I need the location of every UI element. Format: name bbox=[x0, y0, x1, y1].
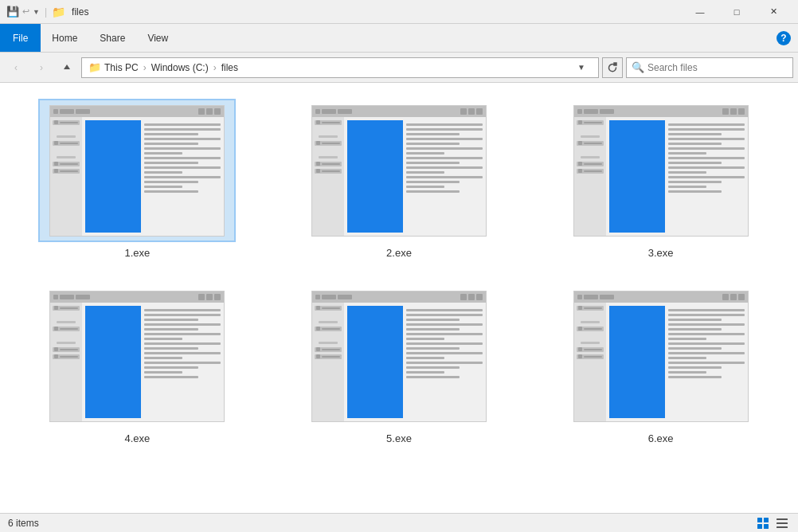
item-count: 6 items bbox=[8, 518, 39, 529]
file-label: 1.exe bbox=[124, 247, 150, 259]
breadcrumb-drive: Windows (C:) bbox=[151, 62, 209, 73]
breadcrumb-thispc: This PC bbox=[104, 62, 139, 73]
svg-rect-7 bbox=[776, 526, 788, 528]
file-thumbnail-wrapper bbox=[562, 284, 760, 428]
svg-rect-6 bbox=[776, 522, 788, 524]
menu-view[interactable]: View bbox=[136, 24, 179, 52]
details-view-btn[interactable] bbox=[774, 515, 790, 531]
search-icon: 🔍 bbox=[632, 61, 644, 73]
menu-file[interactable]: File bbox=[0, 24, 41, 52]
svg-rect-2 bbox=[764, 518, 769, 522]
file-item[interactable]: 1.exe bbox=[19, 96, 256, 262]
refresh-button[interactable] bbox=[602, 57, 623, 78]
status-right bbox=[755, 515, 790, 531]
svg-rect-4 bbox=[764, 524, 769, 529]
folder-icon-title: 📁 bbox=[52, 6, 65, 18]
title-text: files bbox=[72, 6, 88, 18]
forward-button[interactable]: › bbox=[30, 57, 53, 79]
file-thumbnail-wrapper bbox=[562, 99, 760, 242]
svg-marker-0 bbox=[614, 63, 616, 65]
main-content: 1.exe bbox=[0, 83, 798, 513]
file-thumbnail-wrapper bbox=[38, 284, 236, 428]
titlebar-icon: 💾 bbox=[6, 6, 19, 18]
nav-bar: ‹ › 📁 This PC › Windows (C:) › files ▼ 🔍 bbox=[0, 53, 798, 83]
file-item[interactable]: 2.exe bbox=[281, 96, 518, 262]
file-thumbnail-wrapper bbox=[300, 99, 498, 242]
svg-rect-1 bbox=[757, 518, 762, 522]
file-label: 6.exe bbox=[648, 432, 674, 444]
search-input[interactable] bbox=[647, 62, 788, 73]
address-bar[interactable]: 📁 This PC › Windows (C:) › files ▼ bbox=[81, 57, 599, 78]
file-item[interactable]: 3.exe bbox=[542, 96, 779, 262]
svg-rect-5 bbox=[776, 518, 788, 520]
titlebar-dropdown[interactable]: ▼ bbox=[33, 8, 40, 16]
address-folder-icon: 📁 bbox=[88, 61, 101, 73]
menu-home[interactable]: Home bbox=[41, 24, 88, 52]
close-button[interactable]: ✕ bbox=[755, 0, 792, 24]
files-grid: 1.exe bbox=[19, 96, 779, 448]
menu-share[interactable]: Share bbox=[88, 24, 136, 52]
search-bar[interactable]: 🔍 bbox=[626, 57, 793, 78]
title-controls: — □ ✕ bbox=[682, 0, 792, 24]
title-bar: 💾 ↩ ▼ | 📁 files — □ ✕ bbox=[0, 0, 798, 24]
breadcrumb-folder: files bbox=[221, 62, 238, 73]
back-button[interactable]: ‹ bbox=[5, 57, 27, 79]
menu-help[interactable]: ? bbox=[769, 24, 798, 53]
file-item[interactable]: 6.exe bbox=[542, 281, 779, 448]
titlebar-undo: ↩ bbox=[22, 6, 29, 17]
file-thumbnail-wrapper bbox=[300, 284, 498, 428]
file-label: 3.exe bbox=[648, 247, 674, 259]
file-item[interactable]: 4.exe bbox=[19, 281, 256, 448]
svg-rect-3 bbox=[757, 524, 762, 529]
large-icons-view-btn[interactable] bbox=[755, 515, 771, 531]
file-label: 2.exe bbox=[386, 247, 412, 259]
address-dropdown-btn[interactable]: ▼ bbox=[571, 57, 592, 78]
file-label: 4.exe bbox=[124, 432, 150, 444]
title-bar-icons: 💾 ↩ ▼ | 📁 files bbox=[6, 6, 88, 18]
file-item[interactable]: 5.exe bbox=[281, 281, 518, 448]
menu-bar: File Home Share View ? bbox=[0, 24, 798, 53]
maximize-button[interactable]: □ bbox=[718, 0, 755, 24]
up-button[interactable] bbox=[56, 57, 78, 79]
status-bar: 6 items bbox=[0, 513, 798, 532]
file-label: 5.exe bbox=[386, 432, 412, 444]
file-thumbnail-wrapper bbox=[38, 99, 236, 242]
minimize-button[interactable]: — bbox=[682, 0, 718, 24]
